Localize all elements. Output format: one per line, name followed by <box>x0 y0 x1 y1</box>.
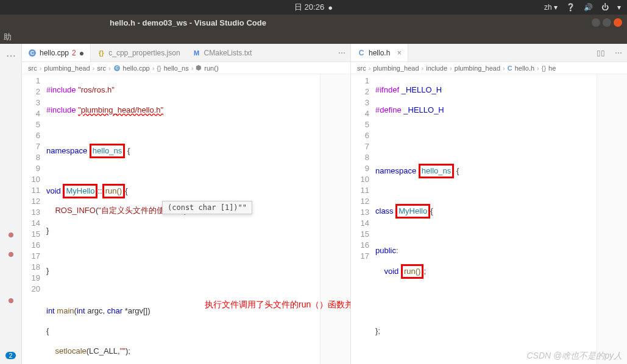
power-icon[interactable]: ⏻ <box>601 3 609 12</box>
watermark: CSDN @啥也不是的py人 <box>526 351 622 362</box>
chevron-down-icon[interactable]: ▾ <box>617 3 621 12</box>
tab-overflow-icon[interactable]: ⋯ <box>333 49 350 57</box>
editor-pane-left: C hello.cpp 2 ● {} c_cpp_properties.json… <box>22 44 351 364</box>
volume-icon[interactable]: 🔊 <box>584 3 593 12</box>
help-icon[interactable]: ❔ <box>566 3 575 12</box>
code-editor-right[interactable]: 1234567891011121314151617 #ifndef _HELLO… <box>351 74 627 364</box>
close-button[interactable] <box>614 18 622 27</box>
dirty-indicator-icon: ● <box>79 48 84 58</box>
menubar[interactable]: 助 <box>0 30 627 44</box>
tab-overflow-icon[interactable]: ⋯ <box>610 49 627 57</box>
lang-indicator[interactable]: zh ▾ <box>544 3 558 12</box>
maximize-button[interactable] <box>603 18 611 27</box>
hover-tooltip: (const char [1])"" <box>162 201 252 214</box>
line-gutter: 1234567891011121314151617181920 <box>22 74 46 364</box>
activity-bar: ⋯ 2 <box>0 44 22 364</box>
code-editor-left[interactable]: 1234567891011121314151617181920 #include… <box>22 74 350 364</box>
tab-bar-left: C hello.cpp 2 ● {} c_cpp_properties.json… <box>22 44 350 62</box>
system-topbar: 日 20:26● zh ▾ ❔ 🔊 ⏻ ▾ <box>0 0 627 15</box>
minimize-button[interactable] <box>592 18 600 27</box>
breadcrumb-left[interactable]: src› plumbing_head› src› Chello.cpp› {} … <box>22 62 350 74</box>
tab-cmakelists[interactable]: M CMakeLists.txt <box>186 44 258 61</box>
close-tab-icon[interactable]: × <box>393 48 402 57</box>
ellipsis-icon[interactable]: ⋯ <box>6 50 16 61</box>
tab-hello-cpp[interactable]: C hello.cpp 2 ● <box>22 44 91 61</box>
tab-c-cpp-properties[interactable]: {} c_cpp_properties.json <box>91 44 186 61</box>
breakpoint-dot[interactable] <box>9 298 13 303</box>
problems-badge[interactable]: 2 <box>5 352 15 359</box>
minimap[interactable] <box>597 74 627 364</box>
breakpoint-dot[interactable] <box>9 252 13 257</box>
editor-pane-right: C hello.h × ▯▯ ⋯ src› plumbing_head› inc… <box>351 44 627 364</box>
split-editor-icon[interactable]: ▯▯ <box>592 49 610 57</box>
breakpoint-dot[interactable] <box>9 233 13 237</box>
window-title: hello.h - demo03_ws - Visual Studio Code <box>110 18 266 27</box>
minimap[interactable] <box>320 74 350 364</box>
annotation-text: 执行文件调用了头文件的run（）函数并执行了 <box>205 299 327 310</box>
window-titlebar: hello.h - demo03_ws - Visual Studio Code <box>0 15 627 30</box>
clock: 日 20:26 <box>294 2 324 13</box>
tab-hello-h[interactable]: C hello.h × <box>351 44 408 61</box>
breadcrumb-right[interactable]: src› plumbing_head› include› plumbing_he… <box>351 62 627 74</box>
tab-bar-right: C hello.h × ▯▯ ⋯ <box>351 44 627 62</box>
line-gutter: 1234567891011121314151617 <box>351 74 375 364</box>
